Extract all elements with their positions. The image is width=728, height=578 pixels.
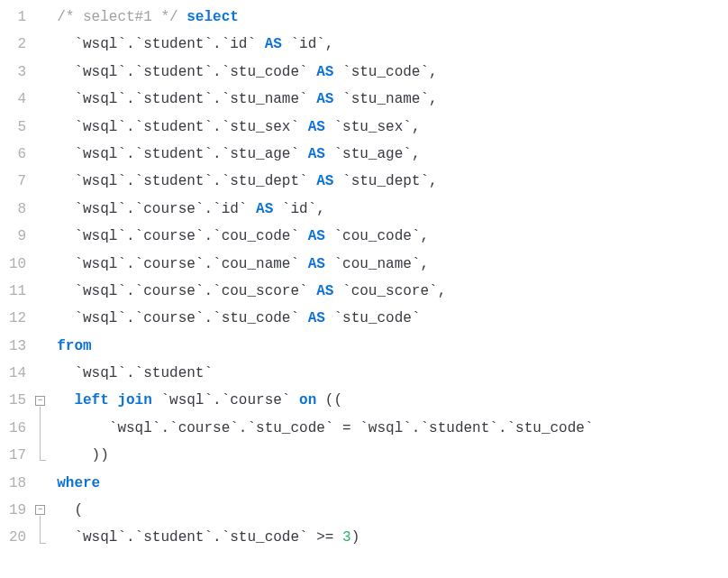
line-number: 12 (9, 305, 26, 332)
fold-toggle-icon[interactable]: − (35, 505, 45, 515)
line-number: 18 (9, 470, 26, 497)
token-plain: `wsql`.`course` (152, 392, 299, 408)
code-line: `wsql`.`course`.`cou_score` AS `cou_scor… (57, 278, 593, 305)
code-line: `wsql`.`student`.`id` AS `id`, (57, 31, 593, 58)
code-line: left join `wsql`.`course` on (( (57, 387, 593, 414)
token-plain: `wsql`.`course`.`cou_code` (74, 228, 307, 244)
token-plain: `stu_code` (325, 310, 421, 326)
token-plain: `stu_age`, (325, 146, 421, 162)
code-line: ( (57, 497, 593, 524)
token-plain: `stu_dept`, (333, 173, 437, 189)
token-kw: AS (308, 146, 325, 162)
token-kw: AS (308, 228, 325, 244)
code-line: `wsql`.`course`.`id` AS `id`, (57, 196, 593, 223)
token-plain: `id`, (273, 201, 325, 217)
token-plain: `cou_code`, (325, 228, 429, 244)
code-line: `wsql`.`course`.`stu_code` AS `stu_code` (57, 305, 593, 332)
token-plain: `wsql`.`course`.`cou_name` (74, 256, 307, 272)
token-kw: AS (265, 36, 282, 52)
code-editor: 1234567891011121314151617181920 −− /* se… (0, 4, 728, 552)
token-plain: `stu_sex`, (325, 119, 421, 135)
token-plain: (( (316, 392, 342, 408)
token-plain: `wsql`.`student` (74, 365, 213, 381)
token-kw: AS (308, 310, 325, 326)
token-kw: AS (308, 119, 325, 135)
code-line: /* select#1 */ select (57, 4, 593, 31)
token-kw: AS (308, 256, 325, 272)
token-plain: )) (92, 447, 109, 463)
token-plain: `wsql`.`course`.`id` (74, 201, 256, 217)
token-kw: AS (316, 64, 333, 80)
line-number: 10 (9, 251, 26, 278)
token-kw: AS (316, 283, 333, 299)
token-kw: left join (74, 392, 151, 408)
line-number: 8 (9, 196, 26, 223)
line-number: 5 (9, 114, 26, 141)
code-line: `wsql`.`student`.`stu_name` AS `stu_name… (57, 86, 593, 113)
fold-guide (40, 407, 41, 462)
token-plain: `stu_name`, (333, 91, 437, 107)
fold-guide-end (40, 460, 46, 461)
code-line: )) (57, 442, 593, 469)
token-plain: `wsql`.`course`.`stu_code` (74, 310, 307, 326)
token-plain: `stu_code`, (333, 64, 437, 80)
fold-guide-end (40, 543, 46, 544)
token-plain: `cou_score`, (333, 283, 446, 299)
token-comment: /* select#1 */ (57, 9, 187, 25)
token-plain: `wsql`.`student`.`stu_sex` (74, 119, 307, 135)
token-plain: `id`, (282, 36, 334, 52)
code-line: from (57, 333, 593, 360)
token-kw: AS (316, 91, 333, 107)
line-number: 19 (9, 497, 26, 524)
token-kw: AS (256, 201, 273, 217)
line-number-gutter: 1234567891011121314151617181920 (0, 4, 33, 552)
token-plain: `wsql`.`student`.`stu_code` (74, 64, 316, 80)
line-number: 9 (9, 223, 26, 250)
line-number: 3 (9, 59, 26, 86)
code-line: `wsql`.`student`.`stu_code` >= 3) (57, 524, 593, 551)
code-line: `wsql`.`course`.`cou_name` AS `cou_name`… (57, 251, 593, 278)
code-line: `wsql`.`student`.`stu_age` AS `stu_age`, (57, 141, 593, 168)
token-plain: `wsql`.`student`.`stu_age` (74, 146, 307, 162)
line-number: 13 (9, 333, 26, 360)
token-plain: `wsql`.`student`.`stu_code` >= (74, 529, 342, 546)
line-number: 17 (9, 442, 26, 469)
line-number: 7 (9, 168, 26, 195)
code-line: `wsql`.`course`.`stu_code` = `wsql`.`stu… (57, 415, 593, 442)
code-line: `wsql`.`course`.`cou_code` AS `cou_code`… (57, 223, 593, 250)
token-kw: where (57, 475, 100, 491)
token-plain: ) (351, 529, 360, 546)
token-plain: `wsql`.`student`.`id` (74, 36, 264, 52)
token-plain: `wsql`.`course`.`cou_score` (74, 283, 316, 299)
token-plain: ( (74, 502, 83, 518)
code-area: /* select#1 */ select `wsql`.`student`.`… (51, 4, 593, 552)
token-num: 3 (342, 529, 351, 546)
code-line: `wsql`.`student`.`stu_code` AS `stu_code… (57, 59, 593, 86)
code-line: `wsql`.`student` (57, 360, 593, 387)
token-kw: AS (316, 173, 333, 189)
token-plain: `cou_name`, (325, 256, 429, 272)
line-number: 4 (9, 86, 26, 113)
line-number: 15 (9, 387, 26, 414)
line-number: 2 (9, 31, 26, 58)
code-line: `wsql`.`student`.`stu_dept` AS `stu_dept… (57, 168, 593, 195)
line-number: 6 (9, 141, 26, 168)
token-kw: on (299, 392, 316, 408)
code-line: where (57, 470, 593, 497)
token-kw: select (187, 9, 239, 25)
token-plain: `wsql`.`student`.`stu_name` (74, 91, 316, 107)
fold-column: −− (33, 4, 51, 552)
line-number: 14 (9, 360, 26, 387)
token-plain: `wsql`.`student`.`stu_dept` (74, 173, 316, 189)
line-number: 16 (9, 415, 26, 442)
fold-toggle-icon[interactable]: − (35, 396, 45, 406)
code-line: `wsql`.`student`.`stu_sex` AS `stu_sex`, (57, 114, 593, 141)
line-number: 20 (9, 524, 26, 551)
fold-guide (40, 516, 41, 543)
token-plain: `wsql`.`course`.`stu_code` = `wsql`.`stu… (109, 420, 594, 436)
token-kw: from (57, 338, 91, 354)
line-number: 11 (9, 278, 26, 305)
line-number: 1 (9, 4, 26, 31)
